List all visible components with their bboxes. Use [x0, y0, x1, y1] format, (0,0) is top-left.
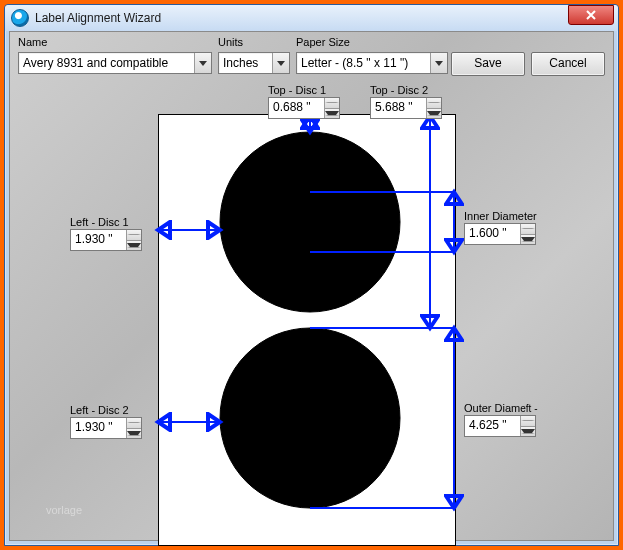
name-label: Name — [18, 36, 47, 48]
inner-diameter-value: 1.600 " — [465, 224, 520, 244]
window-title: Label Alignment Wizard — [35, 11, 161, 25]
paper-size-combobox[interactable]: Letter - (8.5 " x 11 ") — [296, 52, 448, 74]
left-disc2-label: Left - Disc 2 — [70, 404, 142, 416]
inner-diameter-spinner[interactable]: 1.600 " — [464, 223, 536, 245]
spin-up-icon[interactable] — [427, 98, 441, 109]
left-disc1-label: Left - Disc 1 — [70, 216, 142, 228]
name-combobox[interactable]: Avery 8931 and compatible — [18, 52, 212, 74]
save-button[interactable]: Save — [451, 52, 525, 76]
spin-down-icon[interactable] — [427, 109, 441, 119]
left-disc2-field: Left - Disc 2 1.930 " — [70, 404, 142, 439]
units-value: Inches — [219, 56, 272, 70]
inner-diameter-label: Inner Diameter — [464, 210, 537, 222]
name-value: Avery 8931 and compatible — [19, 56, 194, 70]
client-area: Name Avery 8931 and compatible Units Inc… — [9, 31, 614, 541]
form-row: Name Avery 8931 and compatible Units Inc… — [18, 36, 605, 78]
top-disc1-spinner[interactable]: 0.688 " — [268, 97, 340, 119]
outer-diameter-spinner[interactable]: 4.625 " — [464, 415, 536, 437]
paper-size-label: Paper Size — [296, 36, 350, 48]
close-button[interactable] — [568, 5, 614, 25]
inner-diameter-field: Inner Diameter 1.600 " — [464, 210, 537, 245]
watermark-text: vorlage — [46, 504, 82, 516]
spin-down-icon[interactable] — [127, 241, 141, 251]
spin-up-icon[interactable] — [521, 416, 535, 427]
left-disc1-field: Left - Disc 1 1.930 " — [70, 216, 142, 251]
top-disc2-value: 5.688 " — [371, 98, 426, 118]
titlebar: Label Alignment Wizard — [5, 5, 618, 31]
left-disc2-value: 1.930 " — [71, 418, 126, 438]
outer-diameter-field: Outer Diameft - 4.625 " — [464, 402, 537, 437]
cancel-button[interactable]: Cancel — [531, 52, 605, 76]
app-icon — [11, 9, 29, 27]
paper-size-value: Letter - (8.5 " x 11 ") — [297, 56, 430, 70]
chevron-down-icon[interactable] — [272, 53, 289, 73]
window: Label Alignment Wizard Name Avery 8931 a… — [4, 4, 619, 546]
spin-up-icon[interactable] — [325, 98, 339, 109]
top-disc2-label: Top - Disc 2 — [370, 84, 442, 96]
left-disc1-value: 1.930 " — [71, 230, 126, 250]
close-icon — [586, 10, 596, 20]
spin-up-icon[interactable] — [127, 230, 141, 241]
chevron-down-icon[interactable] — [194, 53, 211, 73]
top-disc1-label: Top - Disc 1 — [268, 84, 340, 96]
top-disc2-spinner[interactable]: 5.688 " — [370, 97, 442, 119]
top-disc2-field: Top - Disc 2 5.688 " — [370, 84, 442, 119]
units-combobox[interactable]: Inches — [218, 52, 290, 74]
spin-up-icon[interactable] — [127, 418, 141, 429]
spin-down-icon[interactable] — [521, 427, 535, 437]
chevron-down-icon[interactable] — [430, 53, 447, 73]
spin-up-icon[interactable] — [521, 224, 535, 235]
spin-down-icon[interactable] — [521, 235, 535, 245]
spin-down-icon[interactable] — [325, 109, 339, 119]
units-label: Units — [218, 36, 243, 48]
top-disc1-field: Top - Disc 1 0.688 " — [268, 84, 340, 119]
left-disc2-spinner[interactable]: 1.930 " — [70, 417, 142, 439]
spin-down-icon[interactable] — [127, 429, 141, 439]
top-disc1-value: 0.688 " — [269, 98, 324, 118]
outer-diameter-label: Outer Diameft - — [464, 402, 537, 414]
outer-diameter-value: 4.625 " — [465, 416, 520, 436]
paper-preview — [158, 114, 456, 546]
left-disc1-spinner[interactable]: 1.930 " — [70, 229, 142, 251]
